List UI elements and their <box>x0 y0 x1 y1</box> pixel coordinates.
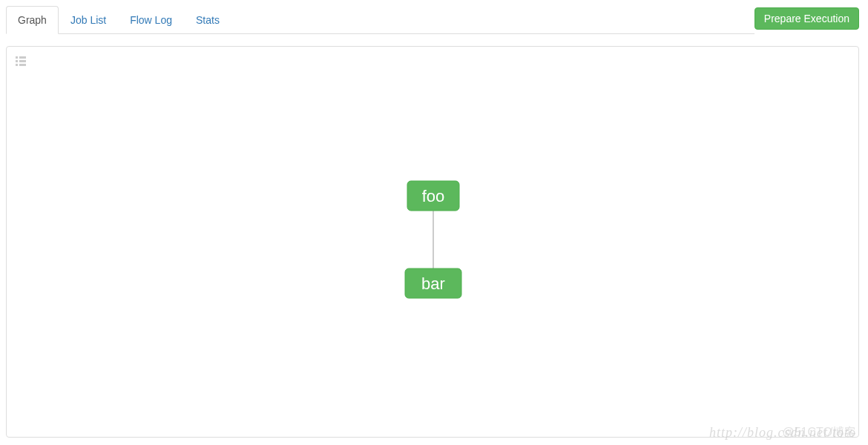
tab-flow-log[interactable]: Flow Log <box>118 6 184 34</box>
tab-stats-link[interactable]: Stats <box>184 6 231 34</box>
graph-node-foo[interactable]: foo <box>407 181 459 211</box>
graph-node-label: foo <box>422 187 445 205</box>
tab-job-list[interactable]: Job List <box>59 6 118 34</box>
graph-node-bar[interactable]: bar <box>405 268 461 298</box>
tab-graph-link[interactable]: Graph <box>6 6 59 34</box>
graph-panel: foobar <box>6 46 859 438</box>
tab-graph[interactable]: Graph <box>6 6 59 34</box>
nav-tabs: Graph Job List Flow Log Stats <box>6 6 754 34</box>
tab-stats[interactable]: Stats <box>184 6 231 34</box>
prepare-execution-button[interactable]: Prepare Execution <box>754 7 859 30</box>
graph-node-label: bar <box>421 274 445 293</box>
tab-flow-log-link[interactable]: Flow Log <box>118 6 184 34</box>
graph-canvas[interactable]: foobar <box>7 47 858 437</box>
tab-job-list-link[interactable]: Job List <box>59 6 118 34</box>
